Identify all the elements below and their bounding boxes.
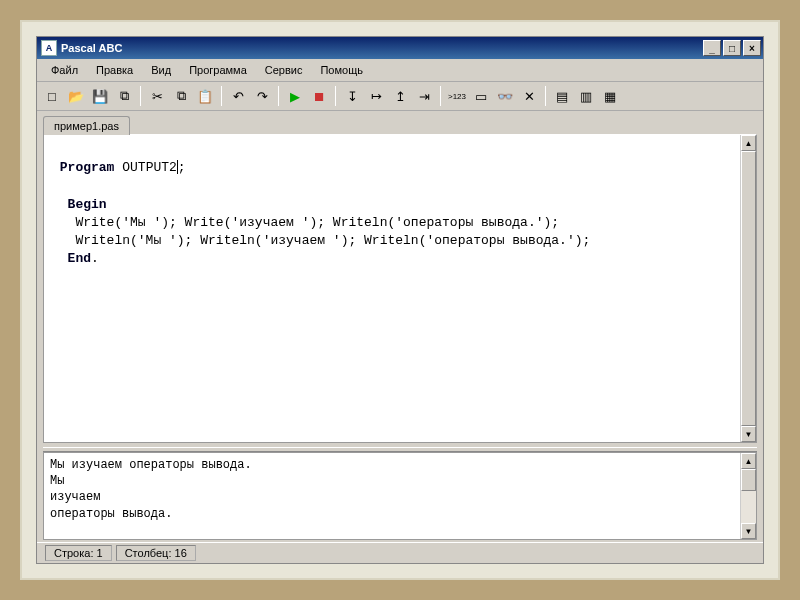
- tile-vert-icon[interactable]: ▥: [575, 85, 597, 107]
- status-line: Строка: 1: [45, 545, 112, 561]
- toolbar-separator: [335, 86, 336, 106]
- menu-help[interactable]: Помощь: [312, 62, 371, 78]
- editor-pane: Program OUTPUT2; Begin Write('Мы '); Wri…: [43, 134, 757, 443]
- tile-horiz-icon[interactable]: ▤: [551, 85, 573, 107]
- scroll-up-icon[interactable]: ▲: [741, 135, 756, 151]
- toolbar-separator: [140, 86, 141, 106]
- scroll-down-icon[interactable]: ▼: [741, 523, 756, 539]
- save-all-icon[interactable]: ⧉: [113, 85, 135, 107]
- save-file-icon[interactable]: 💾: [89, 85, 111, 107]
- scroll-track[interactable]: [741, 469, 756, 523]
- menu-service[interactable]: Сервис: [257, 62, 311, 78]
- end-dot: .: [91, 251, 99, 266]
- run-icon[interactable]: ▶: [284, 85, 306, 107]
- scroll-track[interactable]: [741, 151, 756, 426]
- step-out-icon[interactable]: ↥: [389, 85, 411, 107]
- maximize-button[interactable]: □: [723, 40, 741, 56]
- scroll-thumb[interactable]: [741, 469, 756, 491]
- scroll-up-icon[interactable]: ▲: [741, 453, 756, 469]
- menubar: Файл Правка Вид Программа Сервис Помощь: [37, 59, 763, 82]
- tabstrip: пример1.pas: [37, 111, 763, 134]
- kw-begin: Begin: [68, 197, 107, 212]
- step-over-icon[interactable]: ↦: [365, 85, 387, 107]
- window-title: Pascal ABC: [61, 42, 703, 54]
- code-editor[interactable]: Program OUTPUT2; Begin Write('Мы '); Wri…: [44, 135, 740, 442]
- window-list-icon[interactable]: ▭: [470, 85, 492, 107]
- cascade-icon[interactable]: ▦: [599, 85, 621, 107]
- titlebar: A Pascal ABC _ □ ×: [37, 37, 763, 59]
- undo-icon[interactable]: ↶: [227, 85, 249, 107]
- menu-program[interactable]: Программа: [181, 62, 255, 78]
- close-doc-icon[interactable]: ✕: [518, 85, 540, 107]
- toolbar-separator: [221, 86, 222, 106]
- close-button[interactable]: ×: [743, 40, 761, 56]
- redo-icon[interactable]: ↷: [251, 85, 273, 107]
- cut-icon[interactable]: ✂: [146, 85, 168, 107]
- goto-line-icon[interactable]: >123: [446, 85, 468, 107]
- paste-icon[interactable]: 📋: [194, 85, 216, 107]
- code-line-3: Write('Мы '); Write('изучаем '); Writeln…: [52, 215, 559, 230]
- toolbar-separator: [440, 86, 441, 106]
- code-line-4: Writeln('Мы '); Writeln('изучаем '); Wri…: [52, 233, 590, 248]
- watch-icon[interactable]: 👓: [494, 85, 516, 107]
- stop-icon[interactable]: ⏹: [308, 85, 330, 107]
- run-to-cursor-icon[interactable]: ⇥: [413, 85, 435, 107]
- output-scrollbar[interactable]: ▲ ▼: [740, 453, 756, 539]
- kw-end: End: [68, 251, 91, 266]
- toolbar-separator: [545, 86, 546, 106]
- tab-active[interactable]: пример1.pas: [43, 116, 130, 135]
- menu-view[interactable]: Вид: [143, 62, 179, 78]
- kw-program: Program: [60, 160, 115, 175]
- output-text: Мы изучаем операторы вывода. Мы изучаем …: [44, 453, 740, 539]
- menu-edit[interactable]: Правка: [88, 62, 141, 78]
- editor-scrollbar[interactable]: ▲ ▼: [740, 135, 756, 442]
- scroll-thumb[interactable]: [741, 151, 756, 426]
- toolbar-separator: [278, 86, 279, 106]
- output-pane: Мы изучаем операторы вывода. Мы изучаем …: [43, 452, 757, 540]
- statusbar: Строка: 1 Столбец: 16: [37, 542, 763, 563]
- toolbar: □📂💾⧉✂⧉📋↶↷▶⏹↧↦↥⇥>123▭👓✕▤▥▦: [37, 82, 763, 111]
- app-window: A Pascal ABC _ □ × Файл Правка Вид Прогр…: [36, 36, 764, 564]
- status-col: Столбец: 16: [116, 545, 196, 561]
- program-name: OUTPUT2: [114, 160, 176, 175]
- semicolon: ;: [178, 160, 186, 175]
- outer-frame: A Pascal ABC _ □ × Файл Правка Вид Прогр…: [20, 20, 780, 580]
- scroll-down-icon[interactable]: ▼: [741, 426, 756, 442]
- step-into-icon[interactable]: ↧: [341, 85, 363, 107]
- text-cursor: [177, 160, 178, 174]
- new-file-icon[interactable]: □: [41, 85, 63, 107]
- open-file-icon[interactable]: 📂: [65, 85, 87, 107]
- app-icon: A: [41, 40, 57, 56]
- copy-icon[interactable]: ⧉: [170, 85, 192, 107]
- minimize-button[interactable]: _: [703, 40, 721, 56]
- menu-file[interactable]: Файл: [43, 62, 86, 78]
